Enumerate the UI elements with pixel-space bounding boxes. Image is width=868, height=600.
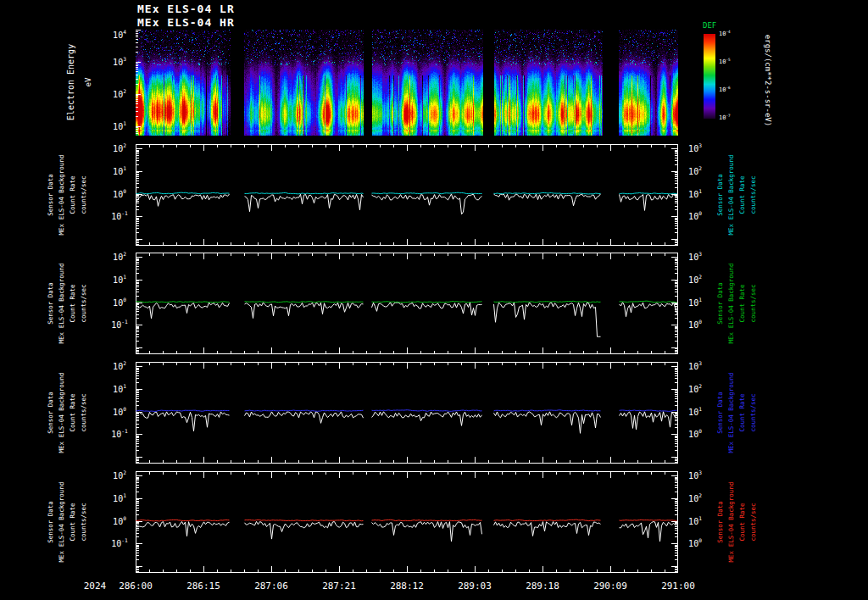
panel-y-tick-label: 100: [113, 407, 126, 416]
colorbar-title: DEF: [703, 21, 716, 30]
plot-title-lr: MEx ELS-04 LR: [137, 3, 235, 16]
panel-y-tick-label: 102: [113, 144, 126, 153]
panel-y-tick-label: 101: [113, 166, 126, 175]
panel-right-axis-title: Count Rate: [739, 503, 746, 541]
count-rate-panel-4: [136, 471, 678, 573]
panel-y-tick-label: 102: [113, 471, 126, 481]
panel-y-tick-label: 101: [113, 493, 126, 503]
panel-y-axis-title: Sensor Data: [47, 174, 54, 216]
panel-right-y-tick-label: 102: [688, 384, 702, 393]
panel-right-axis-title: MEx ELS-04 Background: [728, 264, 735, 344]
panel-right-y-tick-label: 102: [688, 166, 702, 175]
x-tick-label: 287:06: [254, 581, 288, 591]
panel-right-axis-title: Sensor Data: [717, 174, 724, 216]
panel-y-tick-label: 10-1: [111, 320, 128, 330]
panel-right-axis-title: Count Rate: [739, 284, 746, 322]
panel-right-y-tick-label: 100: [688, 430, 702, 439]
panel-right-axis-title: MEx ELS-04 Background: [728, 482, 735, 563]
panel-y-tick-label: 102: [113, 362, 126, 371]
panel-right-y-tick-label: 103: [688, 362, 702, 371]
spectrogram-y-tick-label: 103: [113, 57, 126, 66]
count-rate-panel-3: [136, 362, 678, 464]
panel-right-axis-title: counts/sec: [750, 284, 757, 322]
count-rate-canvas-1: [136, 144, 678, 246]
colorbar-tick-label: 10-4: [719, 31, 731, 37]
panel-y-tick-label: 100: [113, 516, 126, 525]
panel-right-axis-title: Count Rate: [739, 393, 746, 431]
count-rate-panel-1: [136, 144, 678, 246]
colorbar-canvas: [704, 34, 715, 119]
panel-y-axis-title: Count Rate: [70, 503, 76, 541]
colorbar: [704, 34, 715, 119]
panel-right-y-tick-label: 101: [688, 189, 702, 198]
panel-right-y-tick-label: 103: [688, 144, 702, 153]
panel-y-tick-label: 101: [113, 275, 126, 284]
panel-right-axis-title: MEx ELS-04 Background: [728, 155, 735, 236]
panel-y-axis-title: Count Rate: [70, 284, 76, 322]
spectrogram-y-axis-units: eV: [85, 78, 92, 87]
spectrogram-panel: [136, 30, 678, 136]
year-label: 2024: [84, 581, 107, 592]
colorbar-tick-label: 10-7: [719, 114, 731, 121]
x-tick-label: 291:00: [661, 581, 695, 591]
count-rate-canvas-3: [136, 362, 678, 464]
spectrogram-y-tick-label: 101: [113, 121, 126, 131]
count-rate-panel-2: [136, 253, 678, 354]
panel-y-tick-label: 100: [113, 297, 126, 307]
x-tick-label: 286:00: [119, 581, 153, 591]
panel-right-y-tick-label: 101: [688, 407, 702, 416]
panel-y-tick-label: 101: [113, 384, 126, 393]
x-tick-label: 287:21: [322, 581, 356, 591]
x-tick-label: 290:09: [593, 581, 627, 591]
panel-y-axis-title: Sensor Data: [47, 392, 54, 434]
panel-y-axis-title: MEx ELS-04 Background: [58, 373, 65, 453]
panel-y-axis-title: counts/sec: [81, 503, 87, 541]
panel-right-axis-title: Count Rate: [739, 175, 746, 214]
panel-right-y-tick-label: 100: [688, 320, 702, 330]
panel-right-y-tick-label: 100: [688, 539, 702, 548]
panel-y-axis-title: Sensor Data: [47, 282, 54, 325]
panel-right-axis-title: MEx ELS-04 Background: [728, 373, 735, 453]
spectrogram-y-tick-label: 104: [113, 30, 126, 39]
panel-right-y-tick-label: 101: [688, 297, 702, 307]
panel-y-axis-title: counts/sec: [81, 284, 87, 322]
panel-y-tick-label: 102: [113, 253, 126, 262]
panel-y-axis-title: MEx ELS-04 Background: [58, 155, 65, 236]
panel-y-axis-title: Count Rate: [70, 393, 76, 431]
panel-y-axis-title: Sensor Data: [47, 501, 54, 543]
panel-right-axis-title: counts/sec: [750, 503, 757, 541]
panel-y-axis-title: Count Rate: [70, 175, 76, 214]
panel-right-axis-title: Sensor Data: [717, 501, 724, 543]
colorbar-tick-label: 10-6: [719, 86, 731, 93]
panel-right-y-tick-label: 103: [688, 253, 702, 262]
panel-y-tick-label: 10-1: [111, 430, 128, 439]
panel-right-axis-title: Sensor Data: [717, 282, 724, 325]
x-tick-label: 289:18: [526, 581, 559, 591]
panel-right-axis-title: counts/sec: [750, 175, 757, 214]
panel-y-tick-label: 10-1: [111, 212, 128, 221]
panel-right-y-tick-label: 102: [688, 493, 702, 503]
panel-right-y-tick-label: 103: [688, 471, 702, 481]
colorbar-tick-label: 10-5: [719, 58, 731, 65]
spectrogram-y-axis-title: Electron Energy: [67, 44, 75, 120]
plot-title-hr: MEx ELS-04 HR: [137, 16, 235, 30]
panel-right-y-tick-label: 101: [688, 516, 702, 525]
spectrogram-canvas: [136, 30, 678, 136]
panel-y-tick-label: 10-1: [111, 539, 128, 548]
count-rate-canvas-2: [136, 253, 678, 354]
x-tick-label: 288:12: [390, 581, 424, 591]
colorbar-units-label: ergs/(cm**2-s-sr-eV): [764, 35, 771, 126]
panel-right-y-tick-label: 102: [688, 275, 702, 284]
count-rate-canvas-4: [136, 471, 678, 573]
x-tick-label: 289:03: [458, 581, 492, 591]
panel-y-axis-title: MEx ELS-04 Background: [58, 264, 65, 344]
panel-y-axis-title: counts/sec: [81, 393, 87, 431]
panel-right-axis-title: counts/sec: [750, 393, 757, 431]
panel-y-tick-label: 100: [113, 189, 126, 198]
plot-titles: MEx ELS-04 LR MEx ELS-04 HR: [137, 3, 235, 30]
els-plot-viewer: MEx ELS-04 LR MEx ELS-04 HR Electron Ene…: [0, 0, 868, 600]
panel-right-y-tick-label: 100: [688, 212, 702, 221]
panel-y-axis-title: counts/sec: [81, 175, 87, 214]
spectrogram-y-tick-label: 102: [113, 89, 126, 98]
x-tick-label: 286:15: [186, 581, 220, 591]
